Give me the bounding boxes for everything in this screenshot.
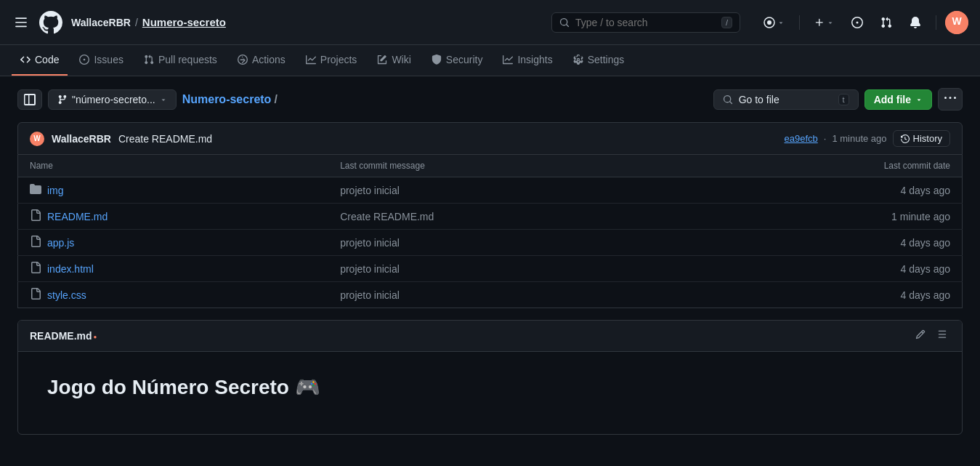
toolbar: "número-secreto... Numero-secreto / Go t…	[17, 88, 963, 111]
commit-username[interactable]: WallaceRBR	[52, 133, 111, 145]
actions-icon	[238, 55, 248, 65]
add-button[interactable]	[809, 15, 840, 31]
goto-file-shortcut: t	[838, 94, 849, 105]
tab-issues[interactable]: Issues	[70, 45, 131, 76]
commit-separator: ·	[824, 133, 827, 144]
file-commit-link[interactable]: projeto inicial	[340, 185, 400, 196]
goto-file-label: Go to file	[739, 94, 779, 105]
add-file-dropdown-icon	[915, 96, 923, 103]
readme-list-button[interactable]	[934, 328, 950, 344]
commit-user-avatar: W	[30, 132, 44, 146]
pencil-icon	[915, 329, 926, 340]
goto-file-icon	[723, 95, 733, 105]
tab-actions[interactable]: Actions	[229, 45, 294, 76]
branch-selector[interactable]: "número-secreto...	[48, 89, 177, 110]
branch-icon	[57, 95, 68, 105]
commit-date-cell: 4 days ago	[687, 256, 962, 282]
tab-code[interactable]: Code	[12, 45, 68, 76]
more-options-button[interactable]	[938, 88, 963, 111]
search-input[interactable]	[575, 17, 716, 28]
issues-button[interactable]	[846, 14, 869, 31]
add-file-label: Add file	[874, 94, 911, 105]
breadcrumb: WallaceRBR / Numero-secreto	[71, 16, 226, 28]
commit-msg-cell: projeto inicial	[328, 177, 687, 204]
table-row: README.md Create README.md 1 minute ago	[18, 204, 963, 230]
search-shortcut: /	[721, 17, 732, 28]
insights-icon	[503, 55, 513, 65]
tab-wiki[interactable]: Wiki	[368, 45, 419, 76]
repo-nav: Code Issues Pull requests Actions Projec…	[0, 45, 980, 76]
readme-section: README.md● Jogo do Número Secreto 🎮	[17, 320, 963, 435]
table-row: style.css projeto inicial 4 days ago	[18, 282, 963, 308]
breadcrumb-user[interactable]: WallaceRBR	[71, 17, 131, 28]
code-icon	[20, 55, 31, 65]
file-table-body: img projeto inicial 4 days ago README.md…	[18, 177, 963, 308]
pull-requests-button[interactable]	[875, 14, 898, 31]
commit-right: ea9efcb · 1 minute ago History	[784, 130, 950, 147]
file-commit-link[interactable]: projeto inicial	[340, 263, 400, 275]
tab-pull-requests[interactable]: Pull requests	[135, 45, 226, 76]
file-name[interactable]: README.md	[30, 209, 317, 223]
file-icon	[30, 262, 41, 273]
svg-text:W: W	[952, 15, 962, 27]
file-name[interactable]: style.css	[30, 288, 317, 302]
commit-date-cell: 4 days ago	[687, 230, 962, 256]
commit-message: Create README.md	[118, 133, 212, 145]
copilot-button[interactable]	[758, 14, 790, 31]
top-nav: WallaceRBR / Numero-secreto / W	[0, 0, 980, 45]
file-name[interactable]: app.js	[30, 236, 317, 249]
table-row: index.html projeto inicial 4 days ago	[18, 256, 963, 282]
breadcrumb-repo[interactable]: Numero-secreto	[142, 16, 226, 28]
wiki-icon	[377, 55, 387, 65]
tab-settings[interactable]: Settings	[564, 45, 633, 76]
nav-divider-1	[799, 15, 800, 30]
repo-path: Numero-secreto /	[182, 93, 278, 106]
tab-insights[interactable]: Insights	[494, 45, 561, 76]
commit-date-cell: 1 minute ago	[687, 204, 962, 230]
commit-banner: W WallaceRBR Create README.md ea9efcb · …	[17, 122, 963, 155]
projects-icon	[306, 55, 316, 65]
branch-dropdown-icon	[160, 96, 167, 103]
file-name[interactable]: index.html	[30, 262, 317, 276]
commit-msg-cell: projeto inicial	[328, 282, 687, 308]
commit-msg-cell: projeto inicial	[328, 256, 687, 282]
list-icon	[937, 329, 947, 340]
table-row: app.js projeto inicial 4 days ago	[18, 230, 963, 256]
commit-hash[interactable]: ea9efcb	[784, 133, 817, 144]
github-logo	[39, 11, 62, 34]
file-commit-link[interactable]: projeto inicial	[340, 237, 400, 249]
notifications-button[interactable]	[904, 14, 927, 31]
toolbar-right: Go to file t Add file	[713, 88, 963, 111]
col-name: Name	[18, 155, 329, 177]
hamburger-button[interactable]	[12, 13, 31, 32]
readme-actions	[912, 328, 950, 344]
file-commit-link[interactable]: Create README.md	[340, 211, 434, 222]
col-commit-msg: Last commit message	[328, 155, 687, 177]
repo-path-link[interactable]: Numero-secreto	[182, 93, 272, 106]
file-table-header: Name Last commit message Last commit dat…	[18, 155, 963, 177]
tab-security[interactable]: Security	[423, 45, 492, 76]
avatar[interactable]: W	[945, 11, 968, 34]
history-button[interactable]: History	[893, 130, 950, 147]
readme-content: Jogo do Número Secreto 🎮	[18, 352, 962, 434]
tab-projects[interactable]: Projects	[297, 45, 366, 76]
col-commit-date: Last commit date	[687, 155, 962, 177]
breadcrumb-separator: /	[135, 17, 138, 28]
file-icon	[30, 209, 41, 221]
goto-file-button[interactable]: Go to file t	[713, 89, 859, 110]
panel-toggle-button[interactable]	[17, 89, 42, 110]
settings-icon	[573, 55, 583, 65]
commit-msg-cell: projeto inicial	[328, 230, 687, 256]
search-bar: /	[551, 12, 740, 33]
repo-path-separator: /	[274, 93, 277, 106]
readme-title: README.md●	[30, 330, 97, 342]
commit-date-cell: 4 days ago	[687, 282, 962, 308]
file-name[interactable]: img	[30, 183, 317, 197]
branch-name: "número-secreto...	[72, 94, 155, 105]
file-commit-link[interactable]: projeto inicial	[340, 289, 400, 301]
readme-edit-button[interactable]	[912, 328, 928, 344]
security-icon	[432, 55, 442, 65]
history-label: History	[913, 133, 942, 144]
add-file-button[interactable]: Add file	[864, 89, 932, 110]
commit-msg-cell: Create README.md	[328, 204, 687, 230]
